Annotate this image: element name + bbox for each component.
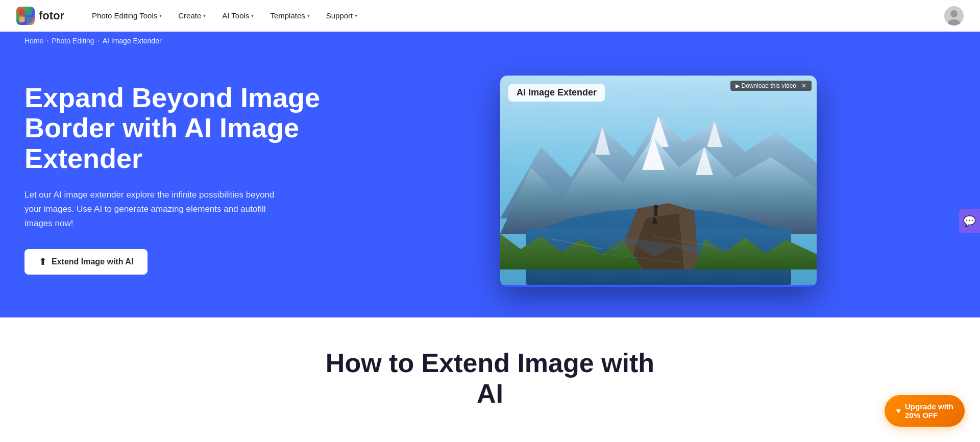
hero-left: Expand Beyond Image Border with AI Image… <box>24 83 331 275</box>
lower-title: How to Extend Image with AI <box>311 348 669 409</box>
scenic-image <box>500 76 817 285</box>
breadcrumb-home[interactable]: Home <box>24 37 43 45</box>
svg-rect-20 <box>654 210 657 216</box>
chevron-down-icon: ▾ <box>251 13 254 18</box>
svg-rect-0 <box>19 9 25 15</box>
breadcrumb-current: AI Image Extender <box>103 37 162 45</box>
logo-link[interactable]: fotor <box>16 7 64 25</box>
breadcrumb-photo-editing[interactable]: Photo Editing <box>52 37 94 45</box>
close-icon[interactable]: ✕ <box>801 82 806 89</box>
breadcrumb-sep-2: › <box>97 37 100 44</box>
video-label: AI Image Extender <box>508 84 605 102</box>
hero-section: Expand Beyond Image Border with AI Image… <box>0 50 980 317</box>
hero-description: Let our AI image extender explore the in… <box>24 188 290 231</box>
video-top-bar: ▶ Download this video ✕ <box>730 81 812 91</box>
video-card: AI Image Extender ▶ Download this video … <box>500 76 817 287</box>
nav-ai-tools[interactable]: AI Tools ▾ <box>215 7 261 24</box>
play-icon: ▶ <box>736 83 740 89</box>
hero-title: Expand Beyond Image Border with AI Image… <box>24 83 331 174</box>
chevron-down-icon: ▾ <box>203 13 206 18</box>
extend-image-button[interactable]: ⬆ Extend Image with AI <box>24 249 148 275</box>
nav-support[interactable]: Support ▾ <box>319 7 365 24</box>
svg-rect-1 <box>27 9 32 15</box>
heart-icon: ♥ <box>896 406 901 415</box>
navigation: fotor Photo Editing Tools ▾ Create ▾ AI … <box>0 0 980 32</box>
nav-create[interactable]: Create ▾ <box>171 7 213 24</box>
upgrade-text: Upgrade with 20% OFF <box>905 402 953 420</box>
logo-text: fotor <box>39 9 64 22</box>
breadcrumb-sep-1: › <box>46 37 48 44</box>
nav-photo-editing-tools[interactable]: Photo Editing Tools ▾ <box>85 7 169 24</box>
chat-icon: 💬 <box>963 215 976 227</box>
avatar[interactable] <box>944 6 964 26</box>
lower-section: How to Extend Image with AI <box>0 317 980 442</box>
svg-rect-3 <box>27 16 32 22</box>
logo-icon <box>16 7 35 25</box>
upgrade-pill[interactable]: ♥ Upgrade with 20% OFF <box>885 395 965 427</box>
chat-side-icon[interactable]: 💬 <box>959 209 980 233</box>
nav-templates[interactable]: Templates ▾ <box>263 7 316 24</box>
extend-button-label: Extend Image with AI <box>52 257 133 266</box>
svg-point-5 <box>950 10 958 17</box>
svg-point-19 <box>654 205 658 210</box>
svg-rect-2 <box>19 16 25 22</box>
hero-right: AI Image Extender ▶ Download this video … <box>361 70 955 287</box>
download-video-text[interactable]: Download this video <box>742 82 796 89</box>
breadcrumb: Home › Photo Editing › AI Image Extender <box>0 32 980 50</box>
chevron-down-icon: ▾ <box>355 13 357 18</box>
nav-items: Photo Editing Tools ▾ Create ▾ AI Tools … <box>85 7 944 24</box>
chevron-down-icon: ▾ <box>159 13 162 18</box>
chevron-down-icon: ▾ <box>307 13 310 18</box>
nav-right <box>944 6 964 26</box>
upload-icon: ⬆ <box>39 256 46 267</box>
